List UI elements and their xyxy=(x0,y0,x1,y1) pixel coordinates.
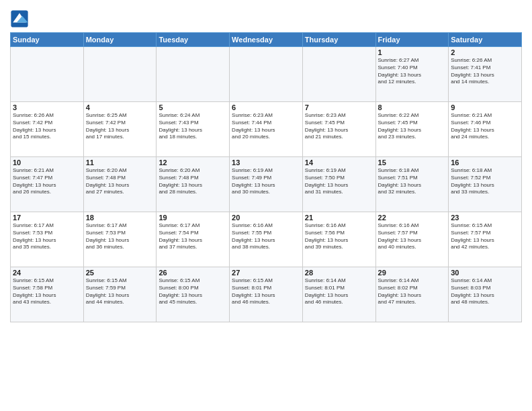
day-info: Sunrise: 6:23 AM Sunset: 7:44 PM Dayligh… xyxy=(232,112,300,141)
header xyxy=(10,7,522,28)
day-number: 6 xyxy=(232,103,300,111)
day-number: 3 xyxy=(13,103,81,111)
calendar-body: 1Sunrise: 6:27 AM Sunset: 7:40 PM Daylig… xyxy=(11,47,522,322)
day-info: Sunrise: 6:14 AM Sunset: 8:02 PM Dayligh… xyxy=(378,277,447,306)
day-number: 27 xyxy=(232,269,300,277)
calendar-cell: 19Sunrise: 6:17 AM Sunset: 7:54 PM Dayli… xyxy=(157,212,230,267)
calendar-cell: 24Sunrise: 6:15 AM Sunset: 7:58 PM Dayli… xyxy=(11,267,84,322)
day-info: Sunrise: 6:19 AM Sunset: 7:50 PM Dayligh… xyxy=(305,167,373,196)
day-number: 29 xyxy=(378,269,447,277)
calendar-cell: 3Sunrise: 6:26 AM Sunset: 7:42 PM Daylig… xyxy=(11,102,84,157)
calendar-cell: 15Sunrise: 6:18 AM Sunset: 7:51 PM Dayli… xyxy=(375,157,449,212)
day-number: 18 xyxy=(86,214,154,222)
day-number: 14 xyxy=(305,158,373,167)
week-row-5: 24Sunrise: 6:15 AM Sunset: 7:58 PM Dayli… xyxy=(11,267,522,322)
calendar-cell: 18Sunrise: 6:17 AM Sunset: 7:53 PM Dayli… xyxy=(83,212,157,267)
weekday-header-saturday: Saturday xyxy=(449,33,522,47)
calendar-cell: 30Sunrise: 6:14 AM Sunset: 8:03 PM Dayli… xyxy=(449,267,522,322)
calendar-cell: 2Sunrise: 6:26 AM Sunset: 7:41 PM Daylig… xyxy=(449,47,522,102)
calendar-cell: 26Sunrise: 6:15 AM Sunset: 8:00 PM Dayli… xyxy=(157,267,230,322)
day-number: 26 xyxy=(159,269,227,277)
calendar-cell: 27Sunrise: 6:15 AM Sunset: 8:01 PM Dayli… xyxy=(230,267,303,322)
calendar-cell: 17Sunrise: 6:17 AM Sunset: 7:53 PM Dayli… xyxy=(11,212,84,267)
day-info: Sunrise: 6:16 AM Sunset: 7:56 PM Dayligh… xyxy=(305,222,373,251)
logo xyxy=(10,9,32,28)
calendar-cell xyxy=(302,47,375,102)
day-number: 4 xyxy=(86,103,154,111)
day-info: Sunrise: 6:20 AM Sunset: 7:48 PM Dayligh… xyxy=(159,167,227,196)
day-number: 22 xyxy=(378,214,447,222)
day-info: Sunrise: 6:15 AM Sunset: 7:59 PM Dayligh… xyxy=(86,277,154,306)
day-number: 20 xyxy=(232,214,300,222)
calendar-cell: 1Sunrise: 6:27 AM Sunset: 7:40 PM Daylig… xyxy=(375,47,449,102)
weekday-header-tuesday: Tuesday xyxy=(157,33,230,47)
calendar-table: SundayMondayTuesdayWednesdayThursdayFrid… xyxy=(10,32,522,322)
day-number: 23 xyxy=(451,214,519,222)
weekday-row: SundayMondayTuesdayWednesdayThursdayFrid… xyxy=(11,33,522,47)
day-info: Sunrise: 6:15 AM Sunset: 8:00 PM Dayligh… xyxy=(159,277,227,306)
calendar-cell: 29Sunrise: 6:14 AM Sunset: 8:02 PM Dayli… xyxy=(375,267,449,322)
day-number: 9 xyxy=(451,103,519,111)
day-number: 5 xyxy=(159,103,227,111)
day-info: Sunrise: 6:17 AM Sunset: 7:53 PM Dayligh… xyxy=(13,222,81,251)
calendar-cell: 6Sunrise: 6:23 AM Sunset: 7:44 PM Daylig… xyxy=(230,102,303,157)
day-number: 10 xyxy=(13,158,81,167)
day-info: Sunrise: 6:14 AM Sunset: 8:01 PM Dayligh… xyxy=(305,277,373,306)
day-info: Sunrise: 6:21 AM Sunset: 7:46 PM Dayligh… xyxy=(451,112,519,141)
week-row-3: 10Sunrise: 6:21 AM Sunset: 7:47 PM Dayli… xyxy=(11,157,522,212)
calendar-cell: 9Sunrise: 6:21 AM Sunset: 7:46 PM Daylig… xyxy=(449,102,522,157)
day-number: 24 xyxy=(13,269,81,277)
calendar-cell: 8Sunrise: 6:22 AM Sunset: 7:45 PM Daylig… xyxy=(375,102,449,157)
day-info: Sunrise: 6:16 AM Sunset: 7:57 PM Dayligh… xyxy=(378,222,447,251)
weekday-header-thursday: Thursday xyxy=(302,33,375,47)
calendar-cell: 14Sunrise: 6:19 AM Sunset: 7:50 PM Dayli… xyxy=(302,157,375,212)
day-info: Sunrise: 6:27 AM Sunset: 7:40 PM Dayligh… xyxy=(378,57,447,86)
day-info: Sunrise: 6:26 AM Sunset: 7:42 PM Dayligh… xyxy=(13,112,81,141)
day-number: 12 xyxy=(159,158,227,167)
day-number: 13 xyxy=(232,158,300,167)
day-number: 15 xyxy=(378,158,447,167)
day-info: Sunrise: 6:22 AM Sunset: 7:45 PM Dayligh… xyxy=(378,112,447,141)
day-info: Sunrise: 6:15 AM Sunset: 7:58 PM Dayligh… xyxy=(13,277,81,306)
calendar-cell: 28Sunrise: 6:14 AM Sunset: 8:01 PM Dayli… xyxy=(302,267,375,322)
day-info: Sunrise: 6:21 AM Sunset: 7:47 PM Dayligh… xyxy=(13,167,81,196)
weekday-header-sunday: Sunday xyxy=(11,33,84,47)
day-number: 17 xyxy=(13,214,81,222)
calendar-cell xyxy=(11,47,84,102)
calendar-cell: 13Sunrise: 6:19 AM Sunset: 7:49 PM Dayli… xyxy=(230,157,303,212)
day-info: Sunrise: 6:18 AM Sunset: 7:52 PM Dayligh… xyxy=(451,167,519,196)
day-info: Sunrise: 6:23 AM Sunset: 7:45 PM Dayligh… xyxy=(305,112,373,141)
calendar-header: SundayMondayTuesdayWednesdayThursdayFrid… xyxy=(11,33,522,47)
day-number: 19 xyxy=(159,214,227,222)
day-number: 2 xyxy=(451,48,519,56)
day-number: 16 xyxy=(451,158,519,167)
day-info: Sunrise: 6:17 AM Sunset: 7:53 PM Dayligh… xyxy=(86,222,154,251)
day-number: 30 xyxy=(451,269,519,277)
day-info: Sunrise: 6:18 AM Sunset: 7:51 PM Dayligh… xyxy=(378,167,447,196)
day-info: Sunrise: 6:25 AM Sunset: 7:42 PM Dayligh… xyxy=(86,112,154,141)
week-row-4: 17Sunrise: 6:17 AM Sunset: 7:53 PM Dayli… xyxy=(11,212,522,267)
day-number: 8 xyxy=(378,103,447,111)
day-number: 28 xyxy=(305,269,373,277)
day-info: Sunrise: 6:15 AM Sunset: 7:57 PM Dayligh… xyxy=(451,222,519,251)
calendar-cell xyxy=(230,47,303,102)
calendar-cell: 10Sunrise: 6:21 AM Sunset: 7:47 PM Dayli… xyxy=(11,157,84,212)
day-info: Sunrise: 6:17 AM Sunset: 7:54 PM Dayligh… xyxy=(159,222,227,251)
day-info: Sunrise: 6:20 AM Sunset: 7:48 PM Dayligh… xyxy=(86,167,154,196)
weekday-header-friday: Friday xyxy=(375,33,449,47)
day-number: 7 xyxy=(305,103,373,111)
day-info: Sunrise: 6:16 AM Sunset: 7:55 PM Dayligh… xyxy=(232,222,300,251)
calendar-cell: 21Sunrise: 6:16 AM Sunset: 7:56 PM Dayli… xyxy=(302,212,375,267)
calendar-cell: 23Sunrise: 6:15 AM Sunset: 7:57 PM Dayli… xyxy=(449,212,522,267)
day-info: Sunrise: 6:14 AM Sunset: 8:03 PM Dayligh… xyxy=(451,277,519,306)
weekday-header-monday: Monday xyxy=(83,33,157,47)
calendar-cell: 5Sunrise: 6:24 AM Sunset: 7:43 PM Daylig… xyxy=(157,102,230,157)
day-info: Sunrise: 6:19 AM Sunset: 7:49 PM Dayligh… xyxy=(232,167,300,196)
week-row-1: 1Sunrise: 6:27 AM Sunset: 7:40 PM Daylig… xyxy=(11,47,522,102)
weekday-header-wednesday: Wednesday xyxy=(230,33,303,47)
day-number: 21 xyxy=(305,214,373,222)
calendar-cell xyxy=(83,47,157,102)
calendar-cell xyxy=(157,47,230,102)
day-info: Sunrise: 6:26 AM Sunset: 7:41 PM Dayligh… xyxy=(451,57,519,86)
day-number: 11 xyxy=(86,158,154,167)
